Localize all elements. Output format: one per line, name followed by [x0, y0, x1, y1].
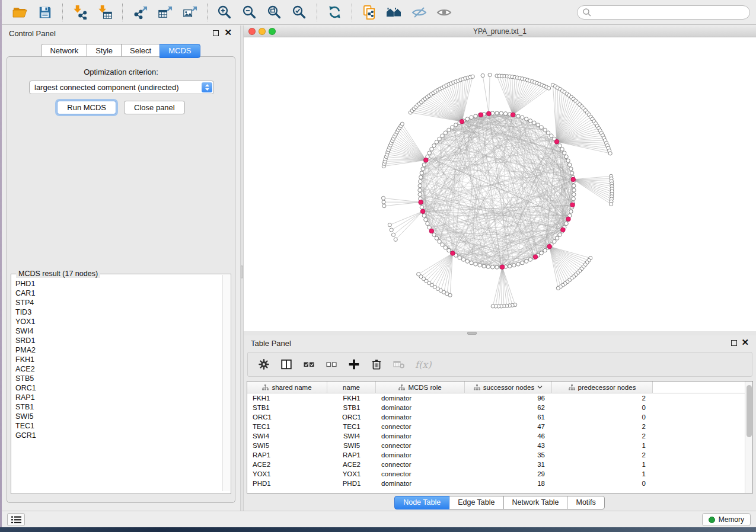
table-cell[interactable]: TEC1: [327, 422, 376, 431]
table-cell[interactable]: 2: [552, 431, 653, 441]
table-cell[interactable]: connector: [376, 422, 465, 431]
select-all-checkboxes-icon[interactable]: [301, 357, 317, 372]
table-cell[interactable]: ORC1: [247, 412, 327, 422]
table-cell[interactable]: SWI4: [327, 431, 376, 441]
column-header-successor-nodes[interactable]: successor nodes: [465, 382, 552, 393]
column-header-predecessor-nodes[interactable]: predecessor nodes: [552, 382, 653, 393]
memory-button[interactable]: Memory: [702, 513, 751, 526]
mcds-result-item[interactable]: SRD1: [15, 336, 222, 345]
table-cell[interactable]: PHD1: [327, 479, 376, 488]
task-history-button[interactable]: [7, 513, 25, 526]
add-column-icon[interactable]: [346, 357, 362, 372]
table-cell[interactable]: 61: [465, 412, 552, 422]
search-box[interactable]: [577, 5, 750, 20]
table-cell[interactable]: YOX1: [327, 469, 376, 479]
show-columns-icon[interactable]: [279, 357, 294, 372]
mcds-result-item[interactable]: STP4: [15, 298, 222, 307]
table-cell[interactable]: STB1: [247, 403, 327, 412]
table-row[interactable]: PHD1PHD1dominator180: [247, 479, 653, 488]
network-graph[interactable]: [244, 37, 756, 331]
mcds-result-list[interactable]: PHD1CAR1STP4TID3YOX1SWI4SRD1PMA2FKH1ACE2…: [12, 278, 222, 491]
first-neighbors-icon[interactable]: [384, 3, 404, 22]
mcds-result-item[interactable]: STB5: [15, 374, 222, 383]
table-row[interactable]: STB1STB1dominator620: [247, 403, 653, 412]
table-cell[interactable]: ACE2: [247, 460, 327, 469]
mcds-result-item[interactable]: PMA2: [15, 345, 222, 355]
criterion-select[interactable]: largest connected component (undirected): [29, 81, 214, 94]
tab-motifs[interactable]: Motifs: [567, 496, 604, 509]
table-row[interactable]: RAP1RAP1dominator352: [247, 450, 653, 460]
table-row[interactable]: FKH1FKH1dominator962: [247, 393, 653, 403]
horizontal-splitter[interactable]: [244, 331, 756, 335]
table-cell[interactable]: dominator: [376, 393, 465, 403]
mcds-result-item[interactable]: SWI4: [15, 326, 222, 336]
import-table-icon[interactable]: [95, 3, 115, 22]
table-cell[interactable]: RAP1: [327, 450, 376, 460]
table-cell[interactable]: RAP1: [247, 450, 327, 460]
table-cell[interactable]: dominator: [376, 431, 465, 441]
hide-selected-icon[interactable]: [409, 3, 429, 22]
table-row[interactable]: TEC1TEC1connector472: [247, 422, 653, 431]
search-input[interactable]: [592, 7, 749, 18]
settings-gear-icon[interactable]: [256, 357, 272, 372]
table-cell[interactable]: 2: [552, 422, 653, 431]
mcds-result-item[interactable]: YOX1: [15, 317, 222, 326]
table-cell[interactable]: 35: [465, 450, 552, 460]
mcds-result-item[interactable]: ACE2: [15, 364, 222, 374]
save-session-icon[interactable]: [35, 3, 55, 22]
table-cell[interactable]: 1: [552, 469, 653, 479]
table-cell[interactable]: dominator: [376, 412, 465, 422]
float-panel-icon[interactable]: [213, 30, 219, 36]
table-cell[interactable]: STB1: [327, 403, 376, 412]
mcds-result-item[interactable]: TEC1: [15, 421, 222, 431]
table-cell[interactable]: 43: [465, 441, 552, 450]
table-cell[interactable]: SWI4: [247, 431, 327, 441]
table-cell[interactable]: 2: [552, 450, 653, 460]
table-cell[interactable]: ACE2: [327, 460, 376, 469]
table-cell[interactable]: connector: [376, 469, 465, 479]
table-cell[interactable]: connector: [376, 460, 465, 469]
table-cell[interactable]: 96: [465, 393, 552, 403]
duplicate-network-icon[interactable]: [359, 3, 379, 22]
mcds-result-item[interactable]: GCR1: [15, 431, 222, 440]
table-cell[interactable]: 31: [465, 460, 552, 469]
mcds-result-item[interactable]: PHD1: [15, 279, 222, 289]
table-cell[interactable]: 47: [465, 422, 552, 431]
table-cell[interactable]: 29: [465, 469, 552, 479]
open-file-icon[interactable]: [10, 3, 30, 22]
table-cell[interactable]: 18: [465, 479, 552, 488]
export-image-icon[interactable]: [180, 3, 200, 22]
table-cell[interactable]: FKH1: [327, 393, 376, 403]
table-scrollbar[interactable]: [745, 382, 752, 493]
table-cell[interactable]: dominator: [376, 479, 465, 488]
mcds-result-item[interactable]: STB1: [15, 402, 222, 412]
mcds-result-item[interactable]: TID3: [15, 307, 222, 317]
zoom-in-icon[interactable]: [215, 3, 235, 22]
table-cell[interactable]: 46: [465, 431, 552, 441]
table-row[interactable]: SWI5SWI5connector431: [247, 441, 653, 450]
column-header-name[interactable]: name: [327, 382, 376, 393]
mcds-result-item[interactable]: SWI5: [15, 412, 222, 421]
mcds-result-item[interactable]: ORC1: [15, 383, 222, 393]
table-row[interactable]: YOX1YOX1connector291: [247, 469, 653, 479]
network-window-titlebar[interactable]: YPA_prune.txt_1: [244, 25, 756, 37]
tab-edge-table[interactable]: Edge Table: [449, 496, 503, 509]
result-list-scrollbar[interactable]: [222, 275, 230, 491]
table-cell[interactable]: SWI5: [247, 441, 327, 450]
table-cell[interactable]: 0: [552, 403, 653, 412]
show-all-icon[interactable]: [434, 3, 454, 22]
splitter-handle[interactable]: [241, 265, 243, 278]
table-cell[interactable]: 62: [465, 403, 552, 412]
table-row[interactable]: SWI4SWI4dominator462: [247, 431, 653, 441]
mcds-result-item[interactable]: FKH1: [15, 355, 222, 364]
table-cell[interactable]: 1: [552, 460, 653, 469]
table-cell[interactable]: dominator: [376, 450, 465, 460]
import-network-icon[interactable]: [70, 3, 90, 22]
table-cell[interactable]: PHD1: [247, 479, 327, 488]
export-table-icon[interactable]: [155, 3, 175, 22]
mcds-result-item[interactable]: CAR1: [15, 289, 222, 298]
column-header-MCDS-role[interactable]: MCDS role: [376, 382, 465, 393]
table-cell[interactable]: 2: [552, 393, 653, 403]
float-panel-icon[interactable]: [731, 340, 737, 346]
splitter-handle[interactable]: [467, 332, 477, 335]
